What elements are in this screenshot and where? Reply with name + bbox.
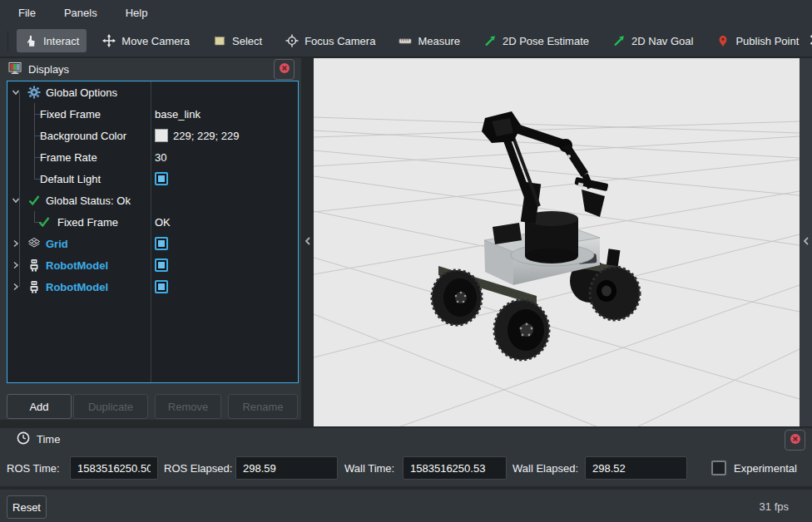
chevron-right-icon (806, 33, 812, 49)
time-fields-row: ROS Time: ROS Elapsed: Wall Time: Wall E… (0, 456, 812, 480)
add-button[interactable]: Add (7, 394, 72, 419)
chevron-right-icon[interactable] (11, 282, 21, 292)
displays-panel-title: Displays (28, 63, 69, 76)
robotmodel-enabled-checkbox[interactable] (155, 259, 168, 272)
reset-button[interactable]: Reset (7, 495, 47, 519)
frame-rate-value[interactable]: 30 (155, 151, 166, 164)
tool-label: Interact (43, 35, 79, 47)
robot-model (432, 111, 640, 360)
ros-elapsed-input[interactable] (235, 456, 338, 480)
monitor-icon (8, 62, 22, 77)
move-arrows-icon (102, 34, 116, 47)
crosshair-icon (285, 34, 299, 47)
ros-time-label: ROS Time: (7, 462, 60, 475)
displays-button-row: Add Duplicate Remove Rename (0, 394, 301, 420)
rviz-window: File Panels Help Interact Move Camera Se… (0, 0, 812, 522)
default-light-checkbox[interactable] (155, 172, 168, 185)
duplicate-button[interactable]: Duplicate (73, 394, 148, 419)
tree-row-fixed-frame-status[interactable]: Fixed Frame OK (7, 211, 298, 233)
tool-measure-button[interactable]: Measure (391, 29, 468, 52)
tool-focus-camera-button[interactable]: Focus Camera (278, 29, 383, 52)
tree-row-global-options[interactable]: Global Options (7, 81, 298, 103)
time-panel: Time ROS Time: ROS Elapsed: Wall Time: W… (0, 428, 812, 486)
tree-row-label: Default Light (40, 173, 101, 185)
ros-elapsed-label: ROS Elapsed: (164, 462, 232, 475)
tree-row-global-status[interactable]: Global Status: Ok (7, 190, 298, 211)
tool-label: Measure (418, 35, 460, 47)
remove-button[interactable]: Remove (155, 394, 221, 419)
close-icon (790, 433, 801, 447)
time-panel-header[interactable]: Time (0, 428, 812, 451)
fixed-frame-value[interactable]: base_link (155, 108, 201, 121)
tree-row-grid[interactable]: Grid (7, 233, 298, 254)
close-icon (279, 62, 290, 76)
tool-publish-point-button[interactable]: Publish Point (709, 29, 806, 52)
menu-help[interactable]: Help (116, 3, 158, 22)
gear-icon (27, 86, 41, 99)
tree-row-frame-rate[interactable]: Frame Rate 30 (7, 146, 298, 168)
time-close-button[interactable] (785, 430, 805, 451)
clock-icon (17, 431, 30, 447)
tool-label: Publish Point (735, 35, 799, 47)
tree-row-label: RobotModel (46, 281, 108, 293)
background-color-value[interactable]: 229; 229; 229 (155, 129, 240, 142)
tree-row-label: Global Status: Ok (46, 195, 131, 207)
tool-label: Move Camera (121, 35, 190, 47)
menu-bar: File Panels Help (0, 0, 812, 25)
selection-box-icon (213, 34, 226, 47)
check-icon (27, 194, 41, 207)
color-swatch[interactable] (155, 129, 168, 142)
tool-label: Select (232, 35, 262, 47)
right-panel-collapse-handle[interactable] (800, 58, 812, 426)
displays-close-button[interactable] (274, 59, 295, 80)
toolbar-grip-handle[interactable] (7, 31, 8, 51)
grid-enabled-checkbox[interactable] (155, 237, 168, 250)
map-pin-icon (716, 34, 730, 47)
tree-row-label: Fixed Frame (57, 216, 118, 229)
ros-time-input[interactable] (70, 456, 158, 480)
robot-icon (27, 280, 41, 293)
experimental-label: Experimental (734, 462, 797, 475)
ruler-icon (399, 34, 412, 47)
tool-label: 2D Nav Goal (631, 35, 693, 47)
chevron-left-icon (303, 235, 313, 249)
wall-elapsed-input[interactable] (585, 456, 687, 480)
tool-move-camera-button[interactable]: Move Camera (95, 29, 197, 52)
tool-interact-button[interactable]: Interact (17, 29, 87, 52)
3d-viewport[interactable] (314, 58, 800, 426)
menu-panels[interactable]: Panels (54, 3, 107, 22)
tree-row-label: Global Options (46, 86, 117, 99)
displays-panel-header[interactable]: Displays (0, 58, 301, 81)
robotmodel-enabled-checkbox[interactable] (155, 280, 168, 293)
tree-row-background-color[interactable]: Background Color 229; 229; 229 (7, 125, 298, 146)
tree-row-robotmodel-1[interactable]: RobotModel (7, 254, 298, 276)
green-arrow-icon (483, 34, 497, 47)
time-panel-title: Time (37, 433, 60, 446)
status-bar: Reset 31 fps (0, 488, 812, 522)
displays-tree[interactable]: Global Options Fixed Frame base_link Bac… (7, 81, 299, 383)
displays-panel: Displays Global Options Fi (0, 58, 301, 420)
tool-select-button[interactable]: Select (205, 29, 270, 52)
tool-label: 2D Pose Estimate (503, 35, 589, 47)
chevron-left-icon (801, 235, 811, 249)
tool-2d-pose-estimate-button[interactable]: 2D Pose Estimate (476, 29, 597, 52)
menu-file[interactable]: File (8, 3, 46, 22)
tree-row-robotmodel-2[interactable]: RobotModel (7, 276, 298, 298)
chevron-down-icon[interactable] (11, 87, 21, 97)
chevron-down-icon[interactable] (11, 195, 21, 205)
left-panel-collapse-handle[interactable] (301, 58, 314, 426)
tool-2d-nav-goal-button[interactable]: 2D Nav Goal (605, 29, 701, 52)
chevron-right-icon[interactable] (11, 239, 21, 249)
tree-row-label: Grid (46, 238, 68, 250)
check-icon (37, 215, 51, 229)
wall-time-input[interactable] (403, 456, 507, 480)
experimental-checkbox[interactable] (711, 460, 726, 475)
tree-row-default-light[interactable]: Default Light (7, 168, 298, 190)
rename-button[interactable]: Rename (228, 394, 298, 419)
robot-icon (27, 259, 41, 272)
wall-time-label: Wall Time: (344, 462, 394, 475)
tree-row-fixed-frame[interactable]: Fixed Frame base_link (7, 103, 298, 125)
chevron-right-icon[interactable] (11, 260, 21, 270)
green-arrow-icon (612, 34, 626, 47)
toolbar-overflow-button[interactable] (806, 29, 812, 52)
